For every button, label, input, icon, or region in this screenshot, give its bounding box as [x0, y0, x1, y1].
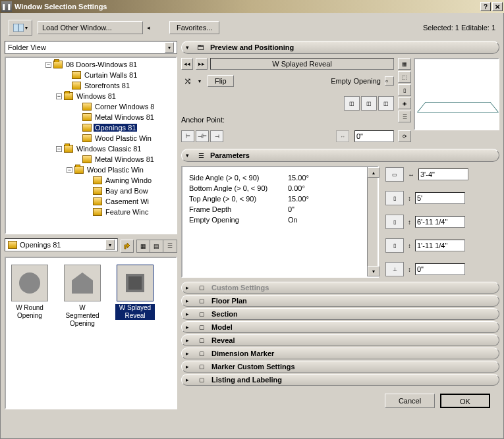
width-field[interactable]: 3'-4": [418, 168, 468, 180]
flip-button[interactable]: Flip: [208, 75, 234, 87]
thumbnail-item[interactable]: W Round Opening: [10, 265, 49, 328]
param-value[interactable]: 0.00°: [288, 184, 305, 192]
subfloor-field[interactable]: 0": [415, 263, 465, 275]
anchor-dim-icon[interactable]: ↔: [336, 130, 349, 142]
thumbnail-item[interactable]: W Splayed Reveal: [115, 265, 155, 328]
chevron-down-icon: ▾: [165, 42, 174, 53]
help-button[interactable]: ?: [480, 2, 491, 11]
tree-label[interactable]: Curtain Walls 81: [83, 71, 138, 79]
tree-label[interactable]: Wood Plastic Win: [94, 134, 153, 142]
chevron-down-icon: ▾: [105, 240, 115, 250]
anchor-left-icon[interactable]: ⊢: [181, 130, 194, 142]
section-preview-header[interactable]: ▾ 🗔 Preview and Positioning: [181, 41, 499, 54]
tree-label[interactable]: Awning Windo: [104, 176, 153, 184]
tree-toggle[interactable]: −: [45, 62, 51, 68]
svg-point-2: [19, 272, 40, 294]
left-pane: Folder View ▾ − 08 Doors-Windows 81 − Cu…: [5, 41, 177, 409]
thumbnail-item[interactable]: W Segmented Opening: [63, 265, 102, 328]
favorites-button[interactable]: Favorites...: [169, 21, 219, 34]
up-folder-button[interactable]: [121, 240, 134, 253]
next-item-button[interactable]: ▸▸: [196, 58, 208, 70]
right-pane: ▾ 🗔 Preview and Positioning ◂◂ ▸▸ W Spla…: [181, 41, 499, 409]
section-row-section[interactable]: ▸▢Section: [181, 308, 499, 320]
height-field[interactable]: 5': [415, 192, 465, 204]
section-row-dimension-marker[interactable]: ▸▢Dimension Marker: [181, 348, 499, 359]
prev-item-button[interactable]: ◂◂: [181, 58, 193, 70]
tree-toggle[interactable]: −: [56, 93, 62, 99]
empty-opening-toggle[interactable]: ▫: [385, 76, 394, 86]
tree-label[interactable]: Feature Winc: [104, 208, 150, 216]
thumbnail-preview: [11, 265, 48, 301]
section-parameters-header[interactable]: ▾ ☰ Parameters: [181, 149, 499, 162]
ok-button[interactable]: OK: [440, 394, 490, 408]
tree-label[interactable]: 08 Doors-Windows 81: [65, 61, 138, 68]
tree-label[interactable]: Metal Windows 81: [94, 155, 155, 163]
tree-label-selected[interactable]: Openings 81: [94, 124, 137, 132]
preview-tool-2d[interactable]: ▦: [398, 58, 411, 70]
folder-icon: [93, 197, 102, 205]
header-field[interactable]: 6'-11 1/4": [415, 216, 465, 228]
section-row-custom-settings[interactable]: ▸▢Custom Settings: [181, 282, 499, 294]
wall-type-icon-2[interactable]: ◫: [361, 96, 377, 111]
width-icon: ▭: [385, 167, 404, 182]
tree-label[interactable]: Bay and Bow: [104, 187, 150, 195]
param-value[interactable]: 15.00°: [288, 174, 309, 182]
preview-tool-text[interactable]: ☰: [398, 111, 411, 122]
preview-tool-elev[interactable]: ▯: [398, 84, 411, 96]
parameter-scrollbar[interactable]: [367, 167, 378, 276]
param-value[interactable]: On: [288, 216, 298, 224]
tree-toggle[interactable]: −: [56, 146, 62, 152]
subfolder-combo[interactable]: Openings 81 ▾: [5, 238, 118, 251]
param-name: Side Angle (> 0, < 90): [189, 174, 288, 182]
thumbnail-area[interactable]: W Round Opening W Segmented Opening W Sp…: [5, 257, 177, 409]
anchor-dim-field[interactable]: 0": [354, 130, 394, 142]
subfloor-icon: ⊥: [385, 262, 404, 276]
expand-triangle-icon: ▸: [186, 324, 189, 330]
tree-label[interactable]: Storefronts 81: [83, 82, 131, 90]
tree-label[interactable]: Windows Classic 81: [75, 145, 142, 153]
view-list[interactable]: ☰: [163, 240, 177, 252]
view-large-icons[interactable]: ▦: [137, 240, 150, 252]
section-row-listing-and-labeling[interactable]: ▸▢Listing and Labeling: [181, 374, 499, 386]
parameter-list[interactable]: Side Angle (> 0, < 90)15.00° Bottom Angl…: [181, 166, 379, 278]
param-value[interactable]: 0": [288, 205, 294, 213]
header-icon: ▯: [385, 215, 404, 229]
tree-label[interactable]: Casement Wi: [104, 197, 150, 205]
folder-view-combo[interactable]: Folder View ▾: [5, 41, 177, 54]
tree-label[interactable]: Wood Plastic Win: [86, 166, 145, 174]
cancel-button[interactable]: Cancel: [385, 394, 435, 408]
section-row-marker-custom-settings[interactable]: ▸▢Marker Custom Settings: [181, 361, 499, 373]
section-icon: ▢: [196, 283, 208, 292]
tree-toggle[interactable]: −: [67, 167, 72, 173]
preview-tool-axo[interactable]: ◈: [398, 97, 411, 109]
button-row: Cancel OK: [181, 387, 499, 408]
sill-field[interactable]: 1'-11 1/4": [415, 240, 465, 251]
recent-arrow[interactable]: ◂: [146, 20, 151, 36]
tree-label[interactable]: Metal Windows 81: [94, 113, 155, 121]
view-small-icons[interactable]: ▤: [150, 240, 163, 252]
collapse-triangle-icon: ▾: [186, 152, 189, 159]
expand-triangle-icon: ▸: [186, 337, 189, 344]
thumbnail-preview: [64, 265, 101, 301]
section-row-model[interactable]: ▸▢Model: [181, 321, 499, 333]
wall-type-icon-3[interactable]: ◫: [378, 96, 394, 111]
thumbnail-label: W Round Opening: [10, 304, 49, 320]
section-row-floor-plan[interactable]: ▸▢Floor Plan: [181, 295, 499, 307]
preview-canvas: [414, 58, 499, 130]
anchor-right-icon[interactable]: ⊣: [210, 130, 223, 142]
section-title: Parameters: [210, 151, 250, 159]
section-row-reveal[interactable]: ▸▢Reveal: [181, 334, 499, 346]
wall-type-icon-1[interactable]: ◫: [344, 96, 360, 111]
preview-tool-3d[interactable]: ⬚: [398, 71, 411, 83]
flip-icon: ⤭: [184, 76, 192, 86]
param-name: Frame Depth: [189, 205, 288, 213]
preview-rotate-button[interactable]: ⟳: [398, 130, 411, 142]
anchor-center-icon[interactable]: ⊣⊢: [196, 130, 209, 142]
library-type-dropdown[interactable]: [9, 20, 32, 36]
load-other-button[interactable]: Load Other Window...: [38, 21, 143, 34]
folder-tree[interactable]: − 08 Doors-Windows 81 − Curtain Walls 81…: [5, 57, 177, 234]
param-value[interactable]: 15.00°: [288, 195, 309, 203]
tree-label[interactable]: Windows 81: [75, 92, 117, 100]
tree-label[interactable]: Corner Windows 8: [94, 103, 155, 111]
close-button[interactable]: ✕: [492, 2, 503, 11]
